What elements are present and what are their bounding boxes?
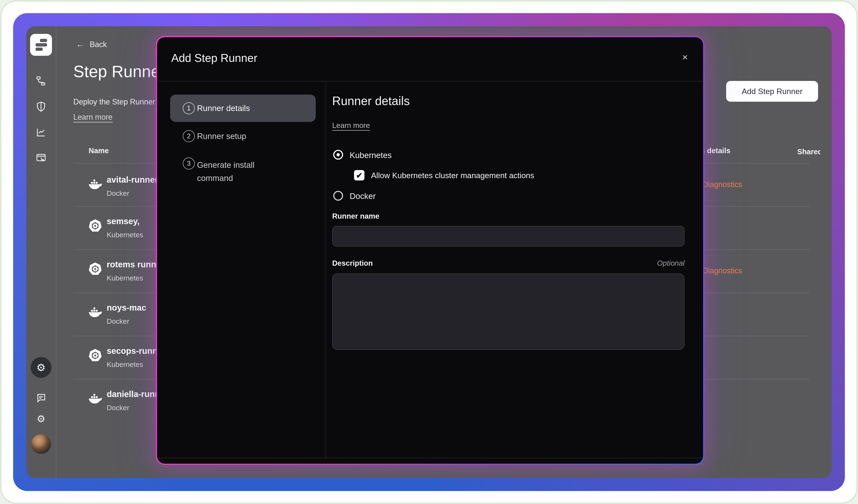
logo-bar	[36, 43, 47, 46]
docker-radio[interactable]	[333, 191, 343, 201]
modal-header: Add Step Runner ×	[157, 37, 703, 82]
column-header-name: Name	[89, 147, 109, 155]
step-label: Runner setup	[197, 131, 246, 141]
settings-active-button[interactable]: ⚙	[31, 357, 51, 378]
app-logo[interactable]	[30, 34, 52, 56]
step-number-badge: 3	[183, 158, 195, 169]
modal-learn-more-link[interactable]: Learn more	[332, 121, 370, 130]
browser-action-icon[interactable]	[36, 152, 47, 164]
gear-icon: ⚙	[36, 361, 46, 374]
runner-name-input[interactable]	[332, 226, 685, 247]
chat-icon[interactable]	[36, 393, 47, 404]
sidebar: ⚙ ⚙	[26, 26, 57, 478]
docker-icon	[88, 305, 102, 319]
logo-bar	[40, 39, 47, 42]
add-step-runner-modal-border: Add Step Runner × 1 Runner details 2	[156, 36, 704, 465]
back-label: Back	[90, 40, 107, 49]
user-avatar[interactable]	[31, 434, 51, 454]
runner-details-heading: Runner details	[332, 94, 410, 108]
kubernetes-radio[interactable]	[333, 150, 343, 160]
column-header-shared: Shared	[797, 148, 820, 156]
add-step-runner-button[interactable]: Add Step Runner	[726, 81, 818, 102]
analytics-icon[interactable]	[36, 127, 47, 138]
optional-badge: Optional	[657, 259, 685, 267]
docker-radio-label: Docker	[350, 191, 376, 201]
runner-name-label: Runner name	[332, 212, 380, 220]
description-textarea[interactable]	[332, 273, 685, 350]
kubernetes-radio-label: Kubernetes	[350, 150, 392, 160]
cluster-management-checkbox-label: Allow Kubernetes cluster management acti…	[371, 171, 534, 180]
docker-icon	[88, 391, 102, 406]
cluster-management-checkbox[interactable]: ✔	[354, 170, 364, 180]
workflow-icon[interactable]	[36, 76, 47, 86]
learn-more-link[interactable]: Learn more	[73, 113, 113, 121]
window-gradient-border: ⚙ ⚙ ←Back	[13, 13, 845, 491]
page-description: Deploy the Step Runner	[73, 97, 155, 106]
checkbox-check-icon: ✔	[356, 171, 362, 180]
column-header-shared-clip: Shared	[797, 147, 820, 156]
window-outer-frame: ⚙ ⚙ ←Back	[0, 0, 858, 504]
gear-icon: ⚙	[37, 413, 46, 424]
add-step-runner-modal: Add Step Runner × 1 Runner details 2	[157, 37, 703, 464]
close-icon[interactable]: ×	[682, 51, 688, 64]
back-button[interactable]: ←Back	[76, 39, 107, 49]
step-label: Runner details	[197, 103, 250, 113]
kubernetes-icon	[88, 348, 102, 362]
screenshot-stage: ⚙ ⚙ ←Back	[0, 0, 858, 504]
shield-icon[interactable]	[36, 101, 47, 112]
step-number-badge: 1	[183, 102, 195, 114]
modal-content: Runner details Learn more Kubernetes ✔ A…	[325, 81, 703, 458]
kubernetes-icon	[88, 218, 102, 233]
description-label: Description	[332, 259, 373, 267]
settings-icon[interactable]: ⚙	[36, 413, 47, 424]
logo-bar	[36, 48, 43, 51]
app-window: ⚙ ⚙ ←Back	[26, 26, 832, 478]
modal-steps-panel: 1 Runner details 2 Runner setup 3 Genera…	[157, 81, 326, 458]
kubernetes-icon	[88, 262, 102, 276]
back-arrow-icon: ←	[76, 39, 84, 49]
docker-icon	[88, 177, 102, 191]
step-label: Generate install command	[197, 159, 291, 185]
step-number-badge: 2	[183, 130, 195, 142]
modal-footer	[157, 458, 703, 464]
modal-title: Add Step Runner	[171, 51, 257, 65]
